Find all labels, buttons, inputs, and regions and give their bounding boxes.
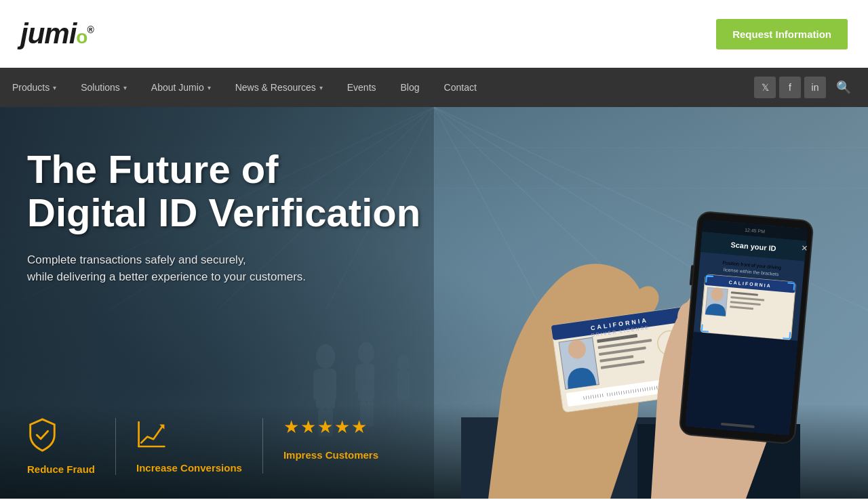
nav-item-events[interactable]: Events — [335, 68, 389, 107]
hero-subtitle: Complete transactions safely and securel… — [27, 251, 434, 286]
chevron-down-icon: ▾ — [319, 84, 323, 91]
increase-conversions-label: Increase Conversions — [136, 462, 242, 474]
hero-section: The Future of Digital ID Verification Co… — [0, 107, 868, 499]
twitter-icon[interactable]: 𝕏 — [754, 77, 776, 98]
nav-item-contact[interactable]: Contact — [432, 68, 489, 107]
chevron-down-icon: ▾ — [53, 84, 56, 91]
feature-increase-conversions: Increase Conversions — [136, 418, 263, 474]
hero-visual: CALIFORNIA DRIVER LICENSE ||||||||| ||||… — [393, 133, 868, 499]
phone-group: 12:45 PM Scan your ID ✕ Position front o… — [677, 211, 814, 444]
search-icon[interactable]: 🔍 — [829, 80, 858, 95]
feature-impress-customers: ★★★★★ Impress Customers — [283, 418, 399, 461]
nav-item-solutions[interactable]: Solutions ▾ — [68, 68, 139, 107]
request-info-button[interactable]: Request Information — [716, 19, 848, 49]
nav-item-products[interactable]: Products ▾ — [0, 68, 68, 107]
logo[interactable]: jumio® — [20, 18, 94, 50]
hero-hands-svg: CALIFORNIA DRIVER LICENSE ||||||||| ||||… — [393, 133, 868, 499]
linkedin-icon[interactable]: in — [804, 77, 826, 98]
features-row: Reduce Fraud Increase Conversions ★★★★★ … — [27, 418, 419, 475]
main-navigation: Products ▾ Solutions ▾ About Jumio ▾ New… — [0, 68, 868, 107]
hero-title: The Future of Digital ID Verification — [27, 148, 434, 234]
chevron-down-icon: ▾ — [208, 84, 211, 91]
svg-rect-68 — [686, 332, 798, 436]
nav-item-about[interactable]: About Jumio ▾ — [139, 68, 223, 107]
nav-items-left: Products ▾ Solutions ▾ About Jumio ▾ New… — [0, 68, 489, 107]
site-header: jumio® Request Information — [0, 0, 868, 68]
chart-up-icon — [136, 418, 167, 455]
feature-reduce-fraud: Reduce Fraud — [27, 418, 116, 475]
svg-text:✕: ✕ — [801, 243, 808, 253]
chevron-down-icon: ▾ — [123, 84, 127, 91]
facebook-icon[interactable]: f — [779, 77, 801, 98]
nav-item-news[interactable]: News & Resources ▾ — [223, 68, 335, 107]
nav-social-icons: 𝕏 f in 🔍 — [754, 77, 868, 98]
stars-icon: ★★★★★ — [283, 418, 368, 442]
nav-item-blog[interactable]: Blog — [389, 68, 432, 107]
reduce-fraud-label: Reduce Fraud — [27, 463, 95, 475]
impress-customers-label: Impress Customers — [283, 449, 378, 461]
shield-icon — [27, 418, 58, 457]
logo-text: jumio® — [20, 18, 94, 50]
